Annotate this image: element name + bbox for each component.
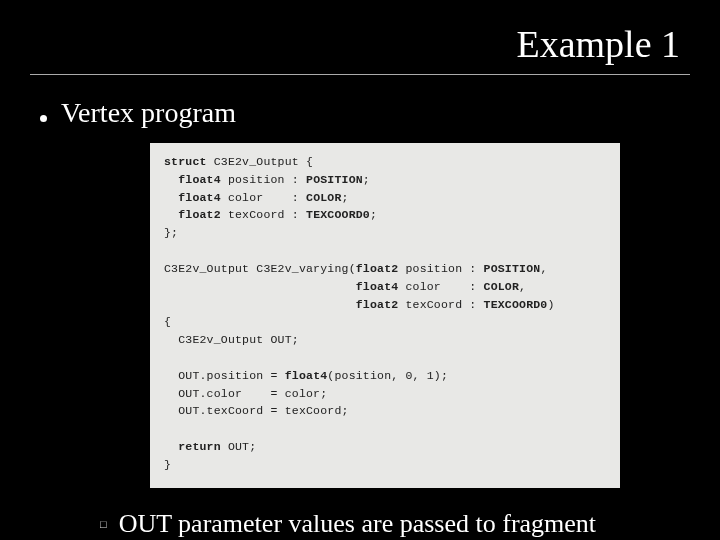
code-snippet: struct C3E2v_Output { float4 position : … <box>150 143 620 488</box>
slide-body: Vertex program struct C3E2v_Output { flo… <box>0 75 720 540</box>
sub-bullet-item: □ OUT parameter values are passed to fra… <box>40 508 680 540</box>
bullet-dot-icon <box>40 115 47 122</box>
sub-bullet-square-icon: □ <box>100 518 107 530</box>
bullet-text: Vertex program <box>61 97 236 129</box>
sub-bullet-text: OUT parameter values are passed to fragm… <box>119 508 640 540</box>
bullet-item: Vertex program <box>40 97 680 129</box>
slide-title: Example 1 <box>0 0 720 74</box>
